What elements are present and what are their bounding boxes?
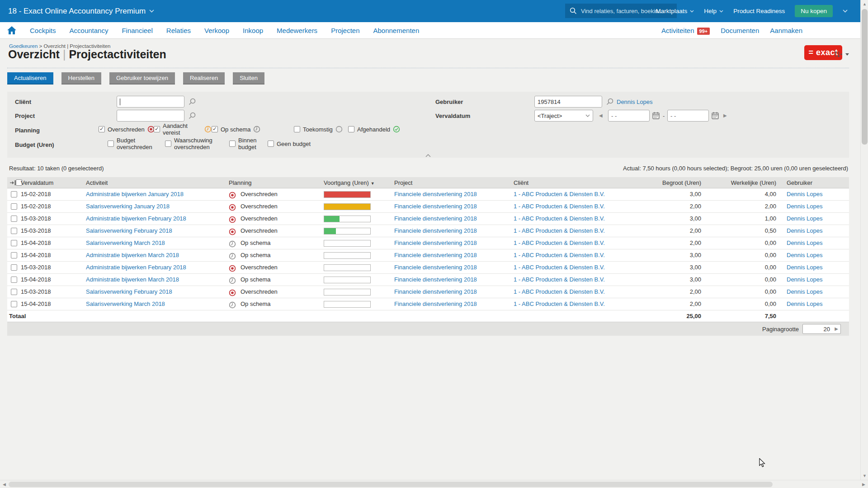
- row-checkbox[interactable]: [11, 277, 17, 283]
- checkbox[interactable]: [348, 126, 354, 132]
- row-gebruiker-link[interactable]: Dennis Lopes: [787, 262, 823, 273]
- next-period-button[interactable]: ▶: [723, 113, 727, 118]
- toolbar-button[interactable]: Herstellen: [61, 72, 102, 84]
- row-checkbox[interactable]: [11, 191, 17, 197]
- horizontal-scrollbar[interactable]: ◀ ▶: [0, 480, 868, 488]
- header-werkelijke[interactable]: Werkelijke (Uren): [706, 177, 776, 188]
- row-client-link[interactable]: 1 - ABC Producten & Diensten B.V.: [514, 237, 605, 249]
- search-icon[interactable]: [188, 98, 196, 106]
- client-input[interactable]: [117, 96, 184, 108]
- checkbox[interactable]: [212, 126, 218, 132]
- row-project-link[interactable]: Financiele dienstverlening 2018: [394, 225, 477, 237]
- row-gebruiker-link[interactable]: Dennis Lopes: [787, 249, 823, 261]
- row-activiteit-link[interactable]: Administratie bijwerken January 2018: [86, 188, 184, 200]
- row-checkbox[interactable]: [11, 301, 17, 307]
- toolbar-button[interactable]: Gebruiker toewijzen: [109, 72, 175, 84]
- toolbar-button[interactable]: Actualiseren: [7, 72, 53, 84]
- row-checkbox[interactable]: [11, 228, 17, 234]
- row-checkbox[interactable]: [11, 264, 17, 271]
- budget-filter-option[interactable]: Budget overschreden: [108, 137, 165, 150]
- budget-filter-option[interactable]: Binnen budget: [229, 137, 268, 150]
- row-checkbox[interactable]: [11, 216, 17, 222]
- row-activiteit-link[interactable]: Administratie bijwerken February 2018: [86, 262, 186, 273]
- planning-filter-option[interactable]: Aandacht vereist: [154, 122, 212, 136]
- row-gebruiker-link[interactable]: Dennis Lopes: [787, 188, 823, 200]
- marktplaats-menu[interactable]: Marktplaats: [656, 8, 694, 14]
- header-project[interactable]: Project: [394, 177, 412, 188]
- vertical-scrollbar[interactable]: ▲ ▼: [860, 0, 868, 480]
- row-client-link[interactable]: 1 - ABC Producten & Diensten B.V.: [514, 298, 605, 310]
- search-icon[interactable]: [606, 98, 614, 106]
- scroll-right-icon[interactable]: ▶: [860, 481, 868, 488]
- row-client-link[interactable]: 1 - ABC Producten & Diensten B.V.: [514, 286, 605, 298]
- planning-filter-option[interactable]: Overschreden: [99, 126, 154, 133]
- home-icon[interactable]: [7, 26, 16, 34]
- row-project-link[interactable]: Financiele dienstverlening 2018: [394, 237, 477, 249]
- row-gebruiker-link[interactable]: Dennis Lopes: [787, 213, 823, 225]
- scroll-down-icon[interactable]: ▼: [861, 472, 868, 479]
- product-readiness-link[interactable]: Product Readiness: [733, 8, 785, 14]
- checkbox[interactable]: [154, 126, 160, 132]
- activiteiten-link[interactable]: Activiteiten99+: [661, 27, 710, 34]
- toolbar-button[interactable]: Realiseren: [183, 72, 225, 84]
- row-activiteit-link[interactable]: Salarisverwerking March 2018: [86, 237, 165, 249]
- header-voortgang[interactable]: Voortgang (Uren)▼: [324, 177, 375, 189]
- header-activiteit[interactable]: Activiteit: [86, 177, 108, 188]
- checkbox[interactable]: [99, 126, 105, 132]
- nav-item[interactable]: Inkoop: [243, 27, 263, 34]
- project-input[interactable]: [117, 110, 184, 122]
- calendar-icon[interactable]: [652, 112, 660, 119]
- nu-kopen-button[interactable]: Nu kopen: [795, 5, 833, 17]
- row-activiteit-link[interactable]: Salarisverwerking February 2018: [86, 286, 172, 298]
- date-from-input[interactable]: - -: [608, 110, 650, 122]
- division-selector[interactable]: 18 - Exact Online Accountancy Premium: [8, 0, 154, 22]
- nav-item[interactable]: Cockpits: [30, 27, 56, 34]
- row-project-link[interactable]: Financiele dienstverlening 2018: [394, 201, 477, 212]
- date-to-input[interactable]: - -: [667, 110, 709, 122]
- nav-item[interactable]: Medewerkers: [277, 27, 317, 34]
- row-gebruiker-link[interactable]: Dennis Lopes: [787, 274, 823, 286]
- nav-item[interactable]: Abonnementen: [373, 27, 420, 34]
- row-activiteit-link[interactable]: Administratie bijwerken March 2018: [86, 249, 179, 261]
- checkbox[interactable]: [165, 141, 171, 147]
- row-checkbox[interactable]: [11, 240, 17, 246]
- aanmaken-link[interactable]: Aanmaken: [770, 27, 802, 34]
- row-project-link[interactable]: Financiele dienstverlening 2018: [394, 213, 477, 225]
- header-gebruiker[interactable]: Gebruiker: [787, 177, 812, 188]
- checkbox[interactable]: [108, 141, 114, 147]
- row-client-link[interactable]: 1 - ABC Producten & Diensten B.V.: [514, 249, 605, 261]
- row-project-link[interactable]: Financiele dienstverlening 2018: [394, 249, 477, 261]
- collapse-filters-button[interactable]: [425, 154, 431, 157]
- row-client-link[interactable]: 1 - ABC Producten & Diensten B.V.: [514, 188, 605, 200]
- scroll-up-icon[interactable]: ▲: [861, 0, 868, 8]
- row-client-link[interactable]: 1 - ABC Producten & Diensten B.V.: [514, 225, 605, 237]
- row-checkbox[interactable]: [11, 203, 17, 210]
- scroll-left-icon[interactable]: ◀: [0, 481, 8, 488]
- row-client-link[interactable]: 1 - ABC Producten & Diensten B.V.: [514, 262, 605, 273]
- header-begroot[interactable]: Begroot (Uren): [631, 177, 701, 188]
- row-gebruiker-link[interactable]: Dennis Lopes: [787, 286, 823, 298]
- help-menu[interactable]: Help: [704, 8, 723, 14]
- row-activiteit-link[interactable]: Administratie bijwerken February 2018: [86, 213, 186, 225]
- row-gebruiker-link[interactable]: Dennis Lopes: [787, 237, 823, 249]
- row-activiteit-link[interactable]: Salarisverwerking January 2018: [86, 201, 170, 212]
- row-checkbox[interactable]: [11, 252, 17, 258]
- nav-item[interactable]: Relaties: [166, 27, 191, 34]
- toolbar-button[interactable]: Sluiten: [233, 72, 264, 84]
- pin-column-icon[interactable]: [10, 180, 16, 186]
- gebruiker-value[interactable]: [538, 99, 596, 105]
- chevron-down-icon[interactable]: [843, 9, 848, 13]
- planning-filter-option[interactable]: Toekomstig: [294, 126, 348, 133]
- row-activiteit-link[interactable]: Salarisverwerking February 2018: [86, 225, 172, 237]
- row-client-link[interactable]: 1 - ABC Producten & Diensten B.V.: [514, 213, 605, 225]
- calendar-icon[interactable]: [712, 112, 719, 119]
- planning-filter-option[interactable]: Op schema: [212, 126, 294, 133]
- checkbox[interactable]: [268, 141, 274, 147]
- row-project-link[interactable]: Financiele dienstverlening 2018: [394, 298, 477, 310]
- header-planning[interactable]: Planning: [229, 177, 252, 188]
- planning-filter-option[interactable]: Afgehandeld: [348, 126, 400, 133]
- row-checkbox[interactable]: [11, 289, 17, 295]
- row-gebruiker-link[interactable]: Dennis Lopes: [787, 225, 823, 237]
- row-client-link[interactable]: 1 - ABC Producten & Diensten B.V.: [514, 201, 605, 212]
- row-gebruiker-link[interactable]: Dennis Lopes: [787, 201, 823, 212]
